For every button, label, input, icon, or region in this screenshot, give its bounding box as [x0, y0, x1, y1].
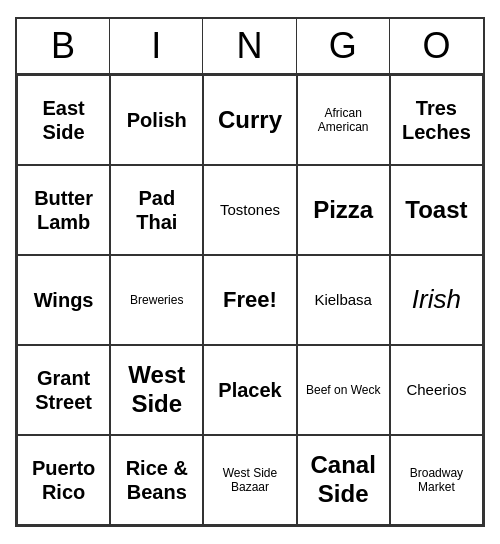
- bingo-cell: African American: [297, 75, 390, 165]
- bingo-cell: Puerto Rico: [17, 435, 110, 525]
- header-letter: N: [203, 19, 296, 73]
- bingo-cell: Canal Side: [297, 435, 390, 525]
- bingo-cell: Wings: [17, 255, 110, 345]
- bingo-cell: West Side: [110, 345, 203, 435]
- bingo-cell: Placek: [203, 345, 296, 435]
- bingo-cell: East Side: [17, 75, 110, 165]
- bingo-cell: Beef on Weck: [297, 345, 390, 435]
- bingo-cell: Irish: [390, 255, 483, 345]
- bingo-card: BINGO East SidePolishCurryAfrican Americ…: [15, 17, 485, 527]
- header-letter: I: [110, 19, 203, 73]
- bingo-cell: Kielbasa: [297, 255, 390, 345]
- bingo-cell: Broadway Market: [390, 435, 483, 525]
- bingo-cell: Grant Street: [17, 345, 110, 435]
- header-letter: B: [17, 19, 110, 73]
- bingo-cell: Tostones: [203, 165, 296, 255]
- bingo-cell: Pizza: [297, 165, 390, 255]
- bingo-cell: Pad Thai: [110, 165, 203, 255]
- bingo-cell: Free!: [203, 255, 296, 345]
- bingo-cell: Polish: [110, 75, 203, 165]
- bingo-cell: Rice & Beans: [110, 435, 203, 525]
- bingo-header: BINGO: [17, 19, 483, 75]
- bingo-cell: Breweries: [110, 255, 203, 345]
- bingo-cell: Cheerios: [390, 345, 483, 435]
- header-letter: G: [297, 19, 390, 73]
- bingo-cell: Tres Leches: [390, 75, 483, 165]
- bingo-cell: Toast: [390, 165, 483, 255]
- bingo-cell: Butter Lamb: [17, 165, 110, 255]
- bingo-cell: Curry: [203, 75, 296, 165]
- header-letter: O: [390, 19, 483, 73]
- bingo-cell: West Side Bazaar: [203, 435, 296, 525]
- bingo-grid: East SidePolishCurryAfrican AmericanTres…: [17, 75, 483, 525]
